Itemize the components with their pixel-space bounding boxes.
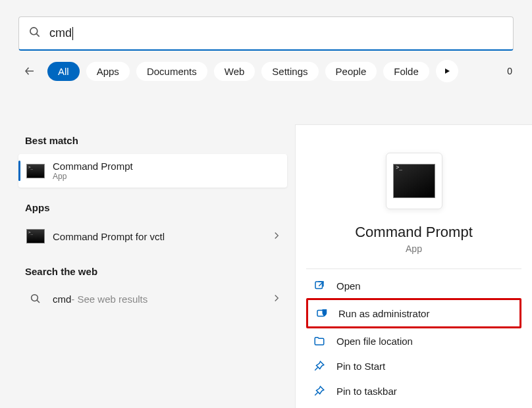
- search-icon: [28, 26, 41, 41]
- pin-icon: [313, 385, 326, 397]
- svg-point-4: [32, 295, 38, 301]
- search-bar[interactable]: cmd: [18, 16, 514, 51]
- tab-settings[interactable]: Settings: [261, 62, 318, 81]
- tab-apps[interactable]: Apps: [86, 62, 130, 81]
- svg-line-10: [315, 392, 318, 395]
- result-subtitle: App: [53, 172, 133, 181]
- cmd-icon: [26, 229, 45, 243]
- shield-admin-icon: [315, 307, 328, 319]
- folder-icon: [313, 335, 326, 347]
- web-result-title: cmd: [53, 293, 71, 305]
- cmd-icon: [26, 164, 45, 178]
- chevron-right-icon: [274, 293, 279, 305]
- action-label: Pin to taskbar: [336, 386, 397, 397]
- result-title: Command Prompt for vctl: [53, 231, 165, 242]
- tab-documents[interactable]: Documents: [136, 62, 207, 81]
- action-label: Open: [336, 280, 361, 292]
- action-run-as-admin[interactable]: Run as administrator: [308, 301, 519, 326]
- action-pin-to-taskbar[interactable]: Pin to taskbar: [306, 378, 521, 403]
- svg-line-9: [315, 367, 318, 370]
- tab-people[interactable]: People: [325, 62, 377, 81]
- results-column: Best match Command Prompt App Apps Comma…: [0, 124, 295, 408]
- highlight-run-as-admin: Run as administrator: [306, 298, 521, 328]
- action-label: Pin to Start: [336, 361, 385, 372]
- details-pane: Command Prompt App Open: [295, 124, 532, 408]
- details-title: Command Prompt: [355, 224, 473, 241]
- filter-tabs: All Apps Documents Web Settings People F…: [0, 51, 532, 91]
- chevron-right-icon: [274, 230, 279, 242]
- svg-rect-6: [315, 282, 323, 289]
- divider: [306, 268, 521, 269]
- svg-marker-3: [445, 68, 450, 74]
- apps-header: Apps: [25, 202, 280, 213]
- tab-more[interactable]: [436, 60, 458, 82]
- action-label: Run as administrator: [338, 308, 429, 319]
- back-button[interactable]: [18, 60, 41, 82]
- tab-all[interactable]: All: [47, 62, 80, 81]
- action-label: Open file location: [336, 336, 413, 347]
- open-external-icon: [313, 280, 326, 292]
- svg-point-0: [30, 27, 38, 34]
- start-search-window: cmd All Apps Documents Web Settings Peop…: [0, 16, 532, 408]
- best-match-header: Best match: [25, 135, 280, 146]
- tab-web[interactable]: Web: [214, 62, 255, 81]
- action-list: Open Run as administrator: [306, 273, 521, 403]
- search-input-value: cmd: [49, 26, 72, 39]
- apps-result-vctl[interactable]: Command Prompt for vctl: [18, 221, 287, 251]
- action-open[interactable]: Open: [306, 273, 521, 298]
- details-subtitle: App: [406, 243, 422, 254]
- text-caret: [72, 27, 73, 40]
- web-result-cmd[interactable]: cmd - See web results: [18, 285, 287, 313]
- results-counter: 0: [507, 66, 514, 76]
- search-input[interactable]: cmd: [49, 26, 504, 40]
- result-texts: Command Prompt App: [53, 161, 133, 181]
- svg-line-5: [37, 300, 40, 303]
- main-content: Best match Command Prompt App Apps Comma…: [0, 124, 532, 408]
- svg-line-1: [37, 34, 40, 36]
- search-icon: [26, 293, 45, 305]
- best-match-result[interactable]: Command Prompt App: [18, 154, 287, 188]
- web-result-hint: - See web results: [71, 293, 147, 305]
- pin-icon: [313, 360, 326, 372]
- tab-folders[interactable]: Folde: [383, 62, 429, 81]
- action-pin-to-start[interactable]: Pin to Start: [306, 353, 521, 378]
- web-header: Search the web: [25, 266, 280, 277]
- action-open-file-location[interactable]: Open file location: [306, 328, 521, 353]
- cmd-large-icon: [393, 164, 435, 198]
- result-title: Command Prompt: [53, 161, 133, 172]
- app-large-icon-wrap: [386, 153, 442, 209]
